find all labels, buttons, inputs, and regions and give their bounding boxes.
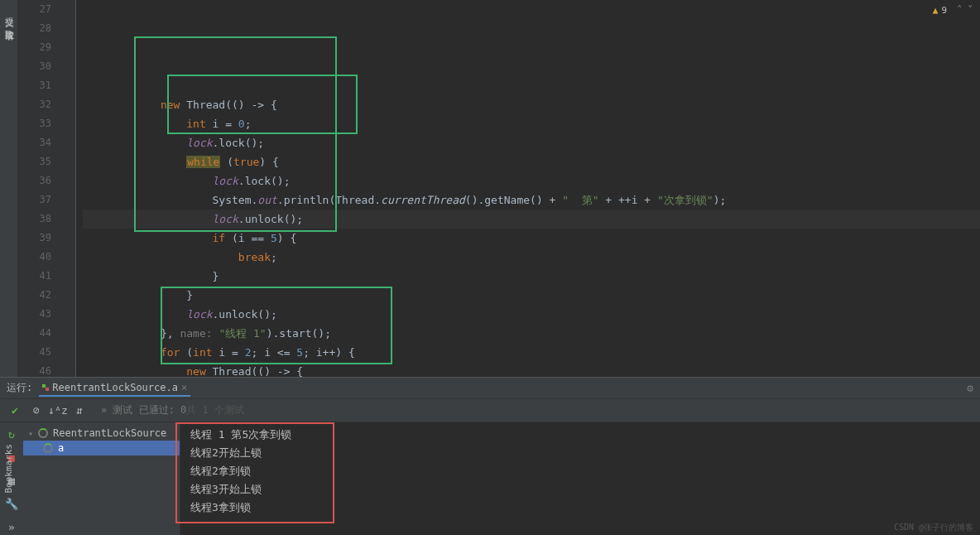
filter-icon[interactable]: ⇵ xyxy=(70,401,89,421)
wrench-icon[interactable]: 🔧 xyxy=(3,495,20,512)
tree-root-label: ReentrantLockSource xyxy=(53,427,166,439)
gutter-line: 34 xyxy=(18,133,51,152)
run-label: 运行: xyxy=(7,381,32,395)
nav-up-icon[interactable]: ˄ xyxy=(957,3,963,16)
tree-root[interactable]: ▾ ReentrantLockSource xyxy=(23,426,180,441)
nav-down-icon[interactable]: ˅ xyxy=(968,3,973,16)
output-line: 线程3拿到锁 xyxy=(190,499,970,517)
test-tree: ▾ ReentrantLockSource a xyxy=(23,422,180,535)
block-icon[interactable]: ⊘ xyxy=(26,401,46,421)
close-icon[interactable]: × xyxy=(181,382,187,393)
sort-icon[interactable]: ↓ᴬz xyxy=(48,401,68,421)
tree-child-label: a xyxy=(58,442,64,454)
run-config-icon xyxy=(42,384,49,391)
gear-icon[interactable]: ⚙ xyxy=(967,382,973,394)
gutter-line: 31 xyxy=(18,76,51,95)
test-summary: » 测试 已通过: 0共 1 个测试 xyxy=(101,403,244,417)
line-gutter: 2728293031323334353637383940414243444546 xyxy=(18,0,60,377)
gutter-line: 43 xyxy=(18,305,51,324)
code-line[interactable]: System.out.println(Thread.currentThread(… xyxy=(83,190,980,210)
code-line[interactable]: new Thread(() -> { xyxy=(83,95,980,114)
code-line[interactable]: if (i == 5) { xyxy=(83,229,980,248)
gutter-line: 36 xyxy=(18,171,51,190)
code-line[interactable]: break; xyxy=(83,248,980,267)
sidebar-item-pr[interactable]: 拉取请求 xyxy=(1,17,17,30)
code-line[interactable]: lock.unlock(); xyxy=(83,305,980,324)
watermark: CSDN @张子行的博客 xyxy=(894,522,973,533)
output-line: 线程2开始上锁 xyxy=(190,444,970,462)
code-area[interactable]: new Thread(() -> { int i = 0; lock.lock(… xyxy=(76,0,980,377)
code-line[interactable]: int i = 0; xyxy=(83,114,980,133)
sidebar-item-commit[interactable]: 提交 xyxy=(1,3,17,17)
gutter-line: 39 xyxy=(18,229,51,248)
run-panel: 运行: ReentrantLockSource.a × ⚙ ✔ ⊘ ↓ᴬz ⇵ … xyxy=(0,377,980,535)
gutter-line: 32 xyxy=(18,95,51,114)
gutter-line: 37 xyxy=(18,190,51,210)
run-toolbar: ✔ ⊘ ↓ᴬz ⇵ » 测试 已通过: 0共 1 个测试 xyxy=(0,399,980,422)
output-line: 线程3开始上锁 xyxy=(190,480,970,499)
gutter-line: 27 xyxy=(18,0,51,19)
tree-child[interactable]: a xyxy=(23,441,180,455)
check-icon[interactable]: ✔ xyxy=(5,401,25,421)
code-line[interactable]: } xyxy=(83,267,980,286)
console-output[interactable]: 线程 1 第5次拿到锁线程2开始上锁线程2拿到锁线程3开始上锁线程3拿到锁 xyxy=(180,422,980,535)
run-content: ↻ ■ ▦ 🔧 » ▾ ReentrantLockSource a 线程 1 第… xyxy=(0,422,980,535)
run-tab-bar: 运行: ReentrantLockSource.a × ⚙ xyxy=(0,378,980,399)
problems-badge[interactable]: ▲ 9 xyxy=(933,5,947,16)
gutter-line: 42 xyxy=(18,286,51,305)
run-tab-title: ReentrantLockSource.a xyxy=(52,382,178,393)
code-line[interactable]: } xyxy=(83,286,980,305)
gutter-line: 41 xyxy=(18,267,51,286)
code-line[interactable]: lock.lock(); xyxy=(83,171,980,190)
gutter-line: 30 xyxy=(18,57,51,76)
gutter-line: 45 xyxy=(18,343,51,362)
code-line[interactable]: lock.lock(); xyxy=(83,133,980,152)
spinner-icon xyxy=(43,443,53,453)
output-line: 线程2拿到锁 xyxy=(190,462,970,480)
code-line[interactable]: for (int i = 2; i <= 5; i++) { xyxy=(83,343,980,362)
rerun-icon[interactable]: ↻ xyxy=(3,426,20,442)
left-sidebar: 提交 拉取请求 xyxy=(0,0,18,377)
editor-area: 提交 拉取请求 27282930313233343536373839404142… xyxy=(0,0,980,377)
gutter-line: 40 xyxy=(18,248,51,267)
gutter-line: 35 xyxy=(18,152,51,171)
run-tab-active[interactable]: ReentrantLockSource.a × xyxy=(39,380,190,397)
gutter-line: 44 xyxy=(18,324,51,343)
more-icon[interactable]: » xyxy=(3,518,20,535)
gutter-line: 38 xyxy=(18,210,51,229)
code-line[interactable]: while (true) { xyxy=(83,152,980,171)
gutter-line: 33 xyxy=(18,114,51,133)
output-line: 线程 1 第5次拿到锁 xyxy=(190,426,970,444)
code-line[interactable]: lock.unlock(); xyxy=(83,210,980,229)
code-line[interactable]: }, name: "线程 1").start(); xyxy=(83,324,980,343)
chevron-down-icon: ▾ xyxy=(28,429,33,438)
nav-arrows: ˄ ˅ xyxy=(957,3,973,16)
gutter-line: 28 xyxy=(18,19,51,38)
gutter-line: 29 xyxy=(18,38,51,57)
warning-icon: ▲ xyxy=(933,5,939,16)
bookmarks-label[interactable]: Bookmarks xyxy=(3,444,14,494)
spinner-icon xyxy=(38,428,48,438)
warning-count: 9 xyxy=(941,5,947,16)
fold-gutter xyxy=(60,0,76,377)
